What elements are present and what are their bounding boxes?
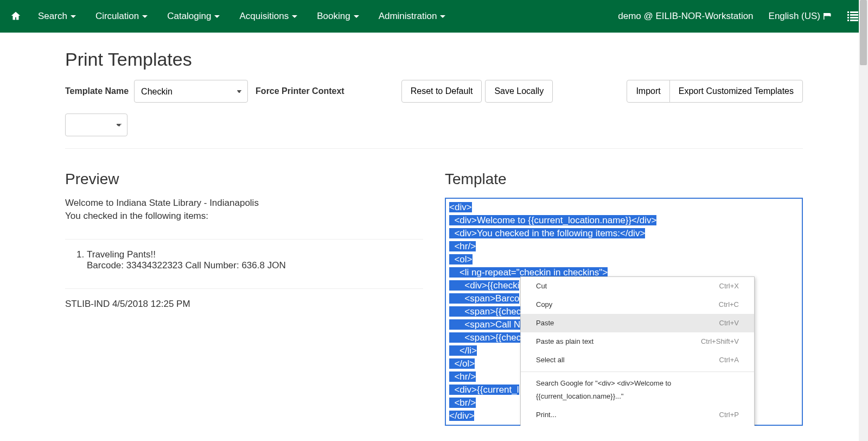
template-line[interactable]: <div>You checked in the following items:… bbox=[449, 227, 799, 240]
template-line[interactable]: <ol> bbox=[449, 253, 799, 266]
context-menu: CutCtrl+XCopyCtrl+CPasteCtrl+VPaste as p… bbox=[520, 276, 755, 426]
svg-rect-2 bbox=[847, 14, 849, 16]
caret-down-icon bbox=[71, 15, 76, 18]
preview-column: Preview Welcome to Indiana State Library… bbox=[65, 171, 423, 426]
nav-cataloging[interactable]: Cataloging bbox=[167, 11, 220, 22]
scrollbar-thumb[interactable] bbox=[860, 0, 867, 65]
context-menu-item[interactable]: PasteCtrl+V bbox=[521, 314, 754, 332]
template-name-label: Template Name bbox=[65, 86, 129, 96]
svg-rect-3 bbox=[850, 14, 858, 16]
svg-rect-7 bbox=[850, 20, 858, 21]
caret-down-icon bbox=[142, 15, 148, 18]
caret-down-icon bbox=[354, 15, 359, 18]
caret-down-icon bbox=[440, 15, 445, 18]
svg-rect-5 bbox=[850, 17, 858, 18]
svg-rect-0 bbox=[847, 11, 849, 13]
svg-rect-6 bbox=[847, 20, 849, 21]
nav-booking[interactable]: Booking bbox=[317, 11, 359, 22]
template-heading: Template bbox=[445, 171, 803, 188]
user-workstation[interactable]: demo @ EILIB-NOR-Workstation bbox=[618, 11, 753, 22]
nav-search[interactable]: Search bbox=[38, 11, 76, 22]
preview-item-detail: Barcode: 33434322323 Call Number: 636.8 … bbox=[87, 260, 423, 271]
preview-intro-line: You checked in the following items: bbox=[65, 211, 423, 222]
vertical-scrollbar[interactable] bbox=[859, 0, 868, 426]
shortcut-label: Ctrl+V bbox=[719, 317, 739, 330]
template-editor[interactable]: <div> <div>Welcome to {{current_location… bbox=[445, 198, 803, 426]
preview-divider bbox=[65, 288, 423, 289]
template-line[interactable]: <hr/> bbox=[449, 240, 799, 253]
shortcut-label: Ctrl+X bbox=[719, 280, 739, 293]
export-templates-button[interactable]: Export Customized Templates bbox=[669, 80, 803, 103]
preview-item-title: Traveling Pants!! bbox=[87, 249, 156, 260]
reset-to-default-button[interactable]: Reset to Default bbox=[401, 80, 482, 103]
preview-footer: STLIB-IND 4/5/2018 12:25 PM bbox=[65, 299, 423, 310]
context-menu-item[interactable]: CopyCtrl+C bbox=[521, 295, 754, 314]
page-title: Print Templates bbox=[65, 49, 803, 70]
template-column: Template <div> <div>Welcome to {{current… bbox=[445, 171, 803, 426]
context-menu-item[interactable]: Print...Ctrl+P bbox=[521, 406, 754, 424]
context-menu-separator bbox=[521, 371, 754, 372]
template-line[interactable]: <div>Welcome to {{current_location.name}… bbox=[449, 214, 799, 227]
import-button[interactable]: Import bbox=[627, 80, 669, 103]
svg-rect-4 bbox=[847, 17, 849, 18]
template-line[interactable]: <div> bbox=[449, 201, 799, 214]
nav-administration[interactable]: Administration bbox=[379, 11, 446, 22]
shortcut-label: Ctrl+C bbox=[719, 298, 739, 311]
shortcut-label: Ctrl+A bbox=[719, 354, 739, 367]
caret-down-icon bbox=[292, 15, 297, 18]
context-menu-item[interactable]: Search Google for "<div> <div>Welcome to… bbox=[521, 374, 754, 406]
home-icon[interactable] bbox=[10, 10, 22, 22]
template-name-select[interactable]: Checkin bbox=[134, 80, 248, 103]
shortcut-label: Ctrl+Shift+V bbox=[701, 335, 739, 348]
printer-context-select[interactable] bbox=[65, 114, 127, 136]
context-menu-item[interactable]: CutCtrl+X bbox=[521, 277, 754, 295]
svg-rect-1 bbox=[850, 11, 858, 13]
nav-circulation[interactable]: Circulation bbox=[95, 11, 148, 22]
language-selector[interactable]: English (US) bbox=[769, 11, 832, 22]
shortcut-label: Ctrl+P bbox=[719, 408, 739, 421]
context-menu-item[interactable]: Select allCtrl+A bbox=[521, 351, 754, 369]
preview-item: Traveling Pants!! Barcode: 33434322323 C… bbox=[87, 249, 423, 271]
top-nav: SearchCirculationCatalogingAcquisitionsB… bbox=[0, 0, 868, 33]
preview-welcome-line: Welcome to Indiana State Library - India… bbox=[65, 198, 423, 209]
save-locally-button[interactable]: Save Locally bbox=[485, 80, 553, 103]
list-icon[interactable] bbox=[847, 11, 858, 21]
preview-divider bbox=[65, 239, 423, 240]
template-toolbar: Template Name Checkin Force Printer Cont… bbox=[65, 80, 803, 149]
flag-icon bbox=[824, 13, 832, 20]
nav-acquisitions[interactable]: Acquisitions bbox=[239, 11, 297, 22]
preview-heading: Preview bbox=[65, 171, 423, 188]
force-printer-context-label: Force Printer Context bbox=[256, 86, 344, 96]
caret-down-icon bbox=[214, 15, 220, 18]
context-menu-item[interactable]: Paste as plain textCtrl+Shift+V bbox=[521, 332, 754, 351]
